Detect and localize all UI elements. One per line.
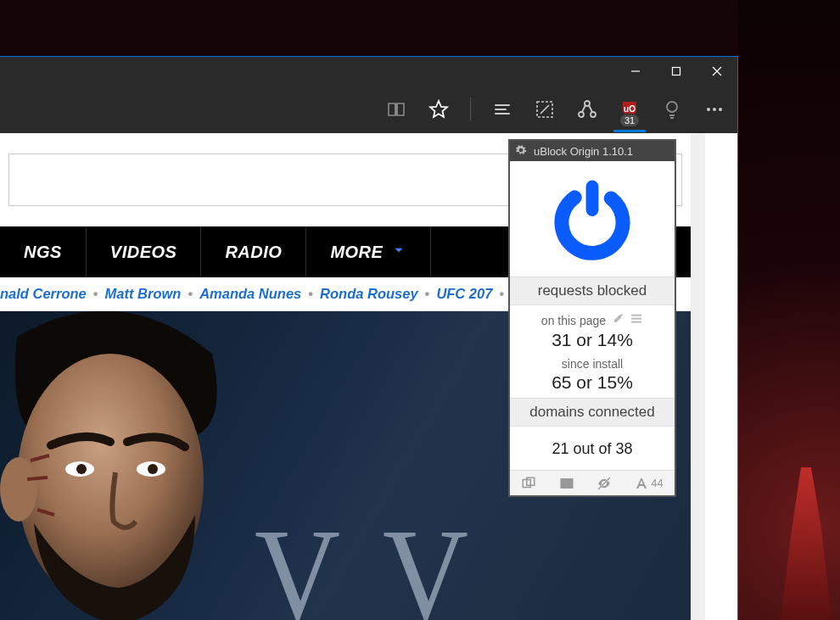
trending-link[interactable]: Ronda Rousey — [320, 286, 418, 302]
nav-item[interactable]: RADIO — [201, 226, 306, 277]
svg-point-14 — [707, 108, 710, 111]
hub-icon[interactable] — [491, 98, 513, 120]
ublock-domains-value: 21 out of 38 — [510, 440, 675, 458]
separator-dot: • — [418, 286, 437, 302]
eyedropper-icon[interactable] — [611, 312, 624, 328]
nav-label: MORE — [330, 243, 383, 262]
share-icon[interactable] — [576, 98, 598, 120]
nav-item-more[interactable]: MORE — [306, 226, 431, 277]
ublock-install-label: since install — [562, 357, 623, 371]
trending-link[interactable]: UFC 207 — [436, 286, 492, 302]
svg-point-10 — [579, 112, 584, 117]
svg-point-19 — [0, 457, 37, 522]
light-icon[interactable] — [661, 98, 683, 120]
svg-rect-1 — [673, 68, 680, 75]
web-note-icon[interactable] — [534, 98, 556, 120]
reading-view-icon[interactable] — [385, 98, 407, 120]
fonts-count: 44 — [651, 477, 663, 489]
gear-icon[interactable] — [515, 144, 527, 159]
page-scrollbar-gutter — [691, 133, 737, 620]
ublock-popup: uBlock Origin 1.10.1 requests blocked on… — [508, 139, 676, 497]
svg-point-16 — [719, 108, 722, 111]
more-icon[interactable] — [703, 98, 725, 120]
browser-toolbar: uO 31 — [0, 86, 737, 133]
svg-text:uO: uO — [624, 104, 636, 114]
ublock-title: uBlock Origin 1.10.1 — [534, 145, 633, 158]
ublock-page-label: on this page — [541, 314, 606, 327]
svg-point-15 — [713, 108, 716, 111]
svg-point-11 — [591, 112, 596, 117]
cosmetic-icon[interactable] — [596, 476, 612, 491]
svg-point-21 — [76, 464, 87, 474]
ublock-install-value: 65 or 15% — [510, 372, 675, 393]
ublock-power-button[interactable] — [510, 161, 675, 276]
ublock-bottom-toolbar: 44 — [510, 470, 675, 495]
separator-dot: • — [181, 286, 199, 302]
minimize-button[interactable] — [615, 57, 656, 86]
svg-rect-28 — [631, 321, 641, 323]
wallpaper-figure — [781, 467, 832, 620]
ublock-install-stats: since install 65 or 15% — [510, 355, 675, 398]
trending-link[interactable]: Amanda Nunes — [199, 286, 301, 302]
nav-item[interactable]: VIDEOS — [87, 226, 202, 277]
popups-icon[interactable] — [521, 476, 536, 491]
nav-label: VIDEOS — [110, 243, 177, 262]
svg-rect-27 — [631, 318, 641, 320]
svg-point-13 — [667, 102, 677, 112]
ublock-extension-icon[interactable]: uO 31 — [619, 98, 641, 120]
ublock-requests-header: requests blocked — [510, 276, 675, 305]
trending-link[interactable]: nald Cerrone — [0, 286, 87, 302]
window-caption-bar — [0, 57, 737, 86]
close-button[interactable] — [697, 57, 737, 86]
desktop-wallpaper — [738, 0, 840, 620]
hero-overlay-text: VV — [255, 506, 502, 620]
nav-label: RADIO — [225, 243, 282, 262]
ublock-domains-header: domains connected — [510, 398, 675, 427]
svg-point-23 — [148, 464, 158, 474]
fonts-icon[interactable]: 44 — [634, 476, 663, 491]
scrollbar-track[interactable] — [691, 133, 705, 620]
svg-marker-4 — [430, 101, 447, 117]
svg-rect-25 — [586, 180, 599, 215]
nav-item[interactable]: NGS — [0, 226, 87, 277]
trending-link[interactable]: Matt Brown — [105, 286, 182, 302]
toolbar-separator — [470, 98, 471, 121]
ublock-badge-count: 31 — [619, 114, 640, 127]
maximize-button[interactable] — [656, 57, 697, 86]
favorite-star-icon[interactable] — [428, 98, 450, 120]
list-icon[interactable] — [630, 312, 643, 328]
svg-rect-26 — [631, 315, 641, 316]
ublock-page-stats: on this page 31 or 14% — [510, 305, 675, 355]
ublock-titlebar: uBlock Origin 1.10.1 — [510, 141, 675, 161]
ublock-domains-stats: 21 out of 38 — [510, 427, 675, 470]
hero-person — [0, 311, 246, 620]
svg-rect-31 — [561, 478, 573, 488]
separator-dot: • — [301, 286, 320, 302]
nav-label: NGS — [24, 243, 62, 262]
ublock-page-value: 31 or 14% — [510, 330, 675, 350]
chevron-down-icon — [391, 243, 406, 262]
ublock-page-label-row: on this page — [510, 312, 675, 328]
separator-dot: • — [87, 286, 105, 302]
media-icon[interactable] — [559, 476, 574, 491]
